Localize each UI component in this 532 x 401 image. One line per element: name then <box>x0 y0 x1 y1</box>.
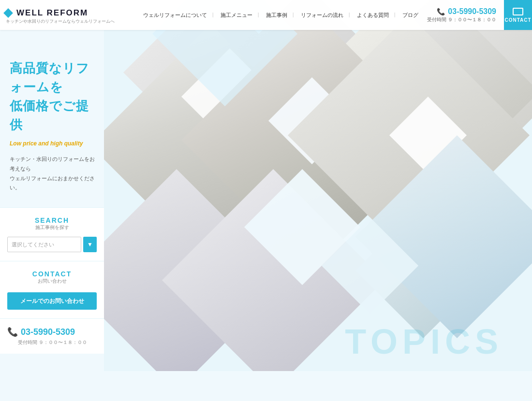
header-phone-number: 📞 03-5990-5309 <box>437 7 496 16</box>
contact-box: CONTACT お問い合わせ メールでのお問い合わせ <box>0 261 104 318</box>
nav-item-about[interactable]: ウェルリフォームについて <box>136 12 214 19</box>
main-content: 高品質なリフォームを 低価格でご提供 Low price and high qu… <box>0 0 532 401</box>
phone-box: 📞 03-5990-5309 受付時間 ９：００〜１８：００ <box>0 318 104 354</box>
chevron-down-icon: ▼ <box>87 241 93 248</box>
search-select-button[interactable]: ▼ <box>83 237 97 252</box>
phone-box-digits[interactable]: 03-5990-5309 <box>21 327 75 337</box>
hero-desc-line1: キッチン・水回りのリフォームをお考えなら <box>10 155 97 174</box>
logo-row: WELL REFORM <box>5 8 115 18</box>
search-title-ja: 施工事例を探す <box>7 224 97 231</box>
phone-box-hours: 受付時間 ９：００〜１８：００ <box>7 339 97 346</box>
phone-icon: 📞 <box>437 8 445 15</box>
header-phone-hours: 受付時間 ９：００〜１８：００ <box>427 16 496 23</box>
header-left: WELL REFORM キッチンや水回りのリフォームならウェルリフォームへ <box>0 6 115 25</box>
main-nav: ウェルリフォームについて 施工メニュー 施工事例 リフォームの流れ よくある質問… <box>115 12 427 19</box>
nav-item-cases[interactable]: 施工事例 <box>259 12 294 19</box>
search-title-en: SEARCH <box>7 216 97 224</box>
image-collage: TOPICS <box>104 0 532 371</box>
search-select[interactable]: 選択してください <box>7 237 81 252</box>
logo-text[interactable]: WELL REFORM <box>16 8 88 18</box>
hero-desc: キッチン・水回りのリフォームをお考えなら ウェルリフォームにおまかせください。 <box>10 155 97 193</box>
contact-title-ja: お問い合わせ <box>7 278 97 285</box>
left-panel: 高品質なリフォームを 低価格でご提供 Low price and high qu… <box>0 30 104 401</box>
hero-desc-line2: ウェルリフォームにおまかせください。 <box>10 174 97 193</box>
hero-title-line2: 低価格でご提供 <box>10 97 97 134</box>
header-phone-digits[interactable]: 03-5990-5309 <box>448 7 496 16</box>
hero-text-area: 高品質なリフォームを 低価格でご提供 Low price and high qu… <box>0 30 104 207</box>
nav-item-menu[interactable]: 施工メニュー <box>214 12 259 19</box>
nav-item-blog[interactable]: ブログ <box>396 12 425 19</box>
nav-item-flow[interactable]: リフォームの流れ <box>294 12 350 19</box>
logo-diamond-icon <box>3 8 13 18</box>
contact-button[interactable]: CONTACT <box>504 0 532 30</box>
mail-icon <box>513 8 523 15</box>
phone-box-icon: 📞 <box>7 327 18 337</box>
search-select-row: 選択してください ▼ <box>7 237 97 252</box>
search-box: SEARCH 施工事例を探す 選択してください ▼ <box>0 207 104 261</box>
hero-title: 高品質なリフォームを 低価格でご提供 <box>10 59 97 134</box>
nav-item-faq[interactable]: よくある質問 <box>350 12 396 19</box>
header: WELL REFORM キッチンや水回りのリフォームならウェルリフォームへ ウェ… <box>0 0 532 30</box>
topics-text: TOPICS <box>345 322 503 361</box>
hero-title-line1: 高品質なリフォームを <box>10 59 97 97</box>
hero-subtitle-en: Low price and high quality <box>10 140 97 147</box>
header-right: 📞 03-5990-5309 受付時間 ９：００〜１８：００ CONTACT <box>427 0 532 30</box>
logo-sub: キッチンや水回りのリフォームならウェルリフォームへ <box>5 18 115 25</box>
contact-mail-button[interactable]: メールでのお問い合わせ <box>7 292 97 310</box>
phone-box-number: 📞 03-5990-5309 <box>7 327 97 337</box>
contact-btn-label: CONTACT <box>504 17 531 23</box>
contact-title-en: CONTACT <box>7 270 97 278</box>
header-phone-block: 📞 03-5990-5309 受付時間 ９：００〜１８：００ <box>427 7 504 23</box>
